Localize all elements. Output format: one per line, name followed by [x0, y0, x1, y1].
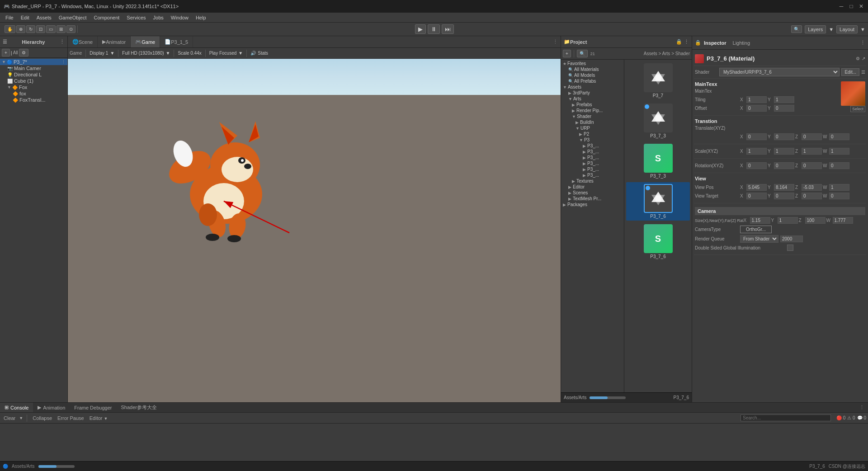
hierarchy-item-foxtransl[interactable]: 🔶 FoxTransl...: [0, 97, 67, 103]
collapse-btn[interactable]: Collapse: [31, 415, 54, 421]
tree-buildin[interactable]: ▶ BuildIn: [561, 119, 624, 125]
menu-edit[interactable]: Edit: [17, 13, 33, 22]
vpx-input[interactable]: [746, 184, 767, 191]
vpy-input[interactable]: [774, 184, 794, 191]
asset-p3-7-3b[interactable]: S P3_7_3: [626, 142, 690, 180]
rw-input[interactable]: [829, 162, 849, 169]
tree-all-models[interactable]: 🔍 All Models: [561, 72, 624, 78]
hierarchy-item-scene[interactable]: ▼ 🔵 P3_7* ⋮: [0, 59, 67, 65]
vtx-input[interactable]: [746, 193, 767, 199]
asset-p3-7[interactable]: P3_7: [626, 61, 690, 100]
vtz-input[interactable]: [802, 193, 822, 199]
layers-dropdown[interactable]: Layers: [805, 25, 826, 33]
tab-shader-ref[interactable]: Shader参考大全: [116, 403, 161, 412]
tree-urp[interactable]: ▼ URP: [561, 125, 624, 131]
search-btn[interactable]: 🔍: [791, 25, 802, 33]
tree-p2[interactable]: ▶ P2: [561, 131, 624, 137]
tab-console[interactable]: ⊞ Console: [0, 403, 33, 412]
tree-all-materials[interactable]: 🔍 All Materials: [561, 66, 624, 72]
clear-btn[interactable]: Clear: [2, 415, 17, 421]
menu-services[interactable]: Services: [123, 13, 149, 22]
rotate-tool[interactable]: ↻: [26, 25, 35, 33]
texture-select-btn[interactable]: Select: [850, 106, 865, 112]
tiling-y-input[interactable]: [774, 96, 794, 103]
vtw-input[interactable]: [829, 193, 849, 199]
offset-y-input[interactable]: [774, 105, 794, 112]
tree-packages[interactable]: ▶ Packages: [561, 202, 624, 207]
shader-select[interactable]: MyShader/URP/P3_7_6: [719, 68, 840, 76]
hierarchy-search-btn[interactable]: ⚙: [19, 49, 28, 57]
project-add[interactable]: +: [563, 50, 571, 57]
rz-input[interactable]: [802, 162, 822, 169]
tiling-x-input[interactable]: [746, 96, 767, 103]
tw-input[interactable]: [829, 133, 849, 140]
project-lock[interactable]: 🔒: [676, 39, 682, 45]
shader-edit-btn[interactable]: Edit...: [841, 68, 859, 76]
layout-dropdown[interactable]: Layout: [836, 25, 858, 33]
ty-input[interactable]: [774, 133, 794, 140]
scene-tabs-menu[interactable]: ⋮: [550, 39, 561, 45]
sy-input[interactable]: [774, 148, 794, 155]
hierarchy-menu[interactable]: ⋮: [60, 39, 65, 45]
sw-input[interactable]: [829, 148, 849, 155]
tree-p3-2[interactable]: ▶ P3_...: [561, 149, 624, 155]
cz-input[interactable]: [805, 217, 826, 224]
window-controls[interactable]: ─ □ ✕: [838, 3, 864, 9]
tree-p3-5[interactable]: ▶ P3_...: [561, 166, 624, 172]
cw-input[interactable]: [833, 217, 853, 224]
tree-3rdparty[interactable]: ▶ 3rdParty: [561, 90, 624, 96]
vpw-input[interactable]: [829, 184, 849, 191]
scale-tool[interactable]: ⊡: [36, 25, 45, 33]
shader-options[interactable]: ☰: [861, 70, 865, 75]
editor-btn[interactable]: Editor ▼: [88, 415, 110, 421]
renderqueue-select[interactable]: From Shader: [740, 235, 778, 243]
tab-scene[interactable]: 🌐 Scene: [68, 36, 98, 47]
tree-favorites[interactable]: ★ Favorites: [561, 61, 624, 66]
hand-tool[interactable]: ✋: [5, 25, 15, 33]
lighting-tab[interactable]: Lighting: [733, 40, 750, 46]
tree-scenes[interactable]: ▶ Scenes: [561, 190, 624, 196]
tab-animation[interactable]: ▶ Animation: [33, 403, 70, 412]
cx-input[interactable]: [750, 217, 770, 224]
tab-animator[interactable]: ▶ Animator: [98, 36, 131, 47]
minimize-btn[interactable]: ─: [838, 3, 844, 9]
project-search[interactable]: 🔍: [577, 50, 588, 57]
console-tabs-menu[interactable]: ⋮: [856, 405, 868, 410]
close-btn[interactable]: ✕: [858, 3, 864, 9]
tree-p3-3[interactable]: ▶ P3_...: [561, 155, 624, 160]
tree-arts[interactable]: ▼ Arts: [561, 96, 624, 102]
transform-tool[interactable]: ⊞: [57, 25, 66, 33]
tx-input[interactable]: [746, 133, 767, 140]
vpz-input[interactable]: [802, 184, 822, 191]
sz-input[interactable]: [802, 148, 822, 155]
menu-component[interactable]: Component: [90, 13, 123, 22]
ry-input[interactable]: [774, 162, 794, 169]
errorpause-btn[interactable]: Error Pause: [56, 415, 86, 421]
rect-tool[interactable]: ▭: [46, 25, 56, 33]
move-tool[interactable]: ⊕: [16, 25, 25, 33]
tree-textures[interactable]: ▶ Textures: [561, 178, 624, 184]
menu-gameobject[interactable]: GameObject: [55, 13, 90, 22]
hierarchy-item-maincamera[interactable]: 📷 Main Camer: [0, 65, 67, 71]
rx-input[interactable]: [746, 162, 767, 169]
vty-input[interactable]: [774, 193, 794, 199]
play-button[interactable]: ▶: [415, 24, 426, 34]
inspector-settings[interactable]: ⚙: [856, 56, 860, 61]
inspector-open[interactable]: ↗: [862, 56, 865, 61]
tree-editor[interactable]: ▶ Editor: [561, 184, 624, 190]
console-search-input[interactable]: [741, 414, 831, 421]
hierarchy-item-fox[interactable]: 🔶 fox: [0, 90, 67, 97]
inspector-menu[interactable]: ⋮: [860, 40, 865, 46]
hierarchy-item-fox-group[interactable]: ▼ 🔶 Fox: [0, 84, 67, 90]
hierarchy-add[interactable]: +: [2, 49, 10, 57]
asset-p3-7-3a[interactable]: P3_7_3: [626, 102, 690, 140]
tree-textmesh[interactable]: ▶ TextMesh Pr...: [561, 196, 624, 202]
asset-p3-7-6a[interactable]: P3_7_6: [626, 182, 690, 221]
offset-x-input[interactable]: [746, 105, 767, 112]
hierarchy-item-cube[interactable]: ⬜ Cube (1): [0, 78, 67, 84]
tree-assets[interactable]: ▼ Assets: [561, 84, 624, 90]
inspector-lock-icon[interactable]: 🔒: [695, 40, 701, 46]
menu-window[interactable]: Window: [167, 13, 192, 22]
menu-file[interactable]: File: [2, 13, 17, 22]
pause-button[interactable]: ⏸: [428, 24, 440, 34]
